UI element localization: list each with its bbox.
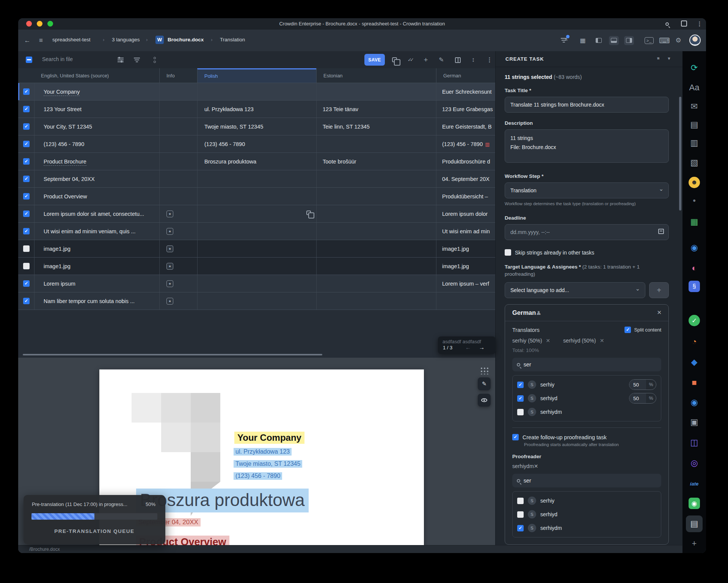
- approve-all-icon[interactable]: ✓✓: [405, 55, 414, 64]
- s-app-icon[interactable]: §: [686, 278, 703, 295]
- notes-icon[interactable]: ▣: [686, 414, 703, 431]
- info-cell[interactable]: [159, 101, 197, 118]
- remove-translator-icon[interactable]: ✕: [600, 338, 604, 344]
- screenshot-tag-icon[interactable]: ★: [166, 228, 173, 235]
- source-cell[interactable]: Lorem ipsum dolor sit amet, consectetu..…: [34, 205, 159, 222]
- column-header-german[interactable]: German: [436, 68, 495, 83]
- german-cell[interactable]: (123) 456 - 7890▥: [436, 135, 495, 152]
- add-language-button[interactable]: +: [649, 282, 669, 298]
- source-cell[interactable]: image1.jpg: [34, 240, 159, 257]
- add-string-icon[interactable]: +: [421, 55, 430, 64]
- polish-cell[interactable]: [197, 223, 316, 240]
- estonian-cell[interactable]: Toote brošüür: [316, 153, 436, 170]
- table-row[interactable]: Nam liber tempor cum soluta nobis ...★: [18, 292, 495, 310]
- table-row[interactable]: 123 Your Streetul. Przykładowa 123123 Te…: [18, 101, 495, 118]
- table-row[interactable]: Product BrochureBroszura produktowaToote…: [18, 153, 495, 170]
- breadcrumb-project[interactable]: spreadsheet-test: [52, 37, 91, 42]
- task-list-icon[interactable]: ▤: [686, 515, 703, 532]
- row-checkbox[interactable]: [23, 298, 30, 304]
- remove-proofreader-icon[interactable]: ✕: [534, 463, 538, 469]
- drag-handle-icon[interactable]: [480, 367, 489, 374]
- table-row[interactable]: image1.jpg★image1.jpg: [18, 240, 495, 258]
- column-header-polish[interactable]: Polish: [197, 68, 316, 83]
- remove-translator-icon[interactable]: ✕: [546, 338, 551, 344]
- screenshot-tag-icon[interactable]: ★: [166, 245, 173, 252]
- screenshot-tag-icon[interactable]: ★: [166, 211, 173, 217]
- shield-check-icon[interactable]: ✓: [686, 312, 703, 329]
- assignee-option[interactable]: Sserhiydm: [517, 405, 656, 419]
- german-cell[interactable]: image1.jpg: [436, 258, 495, 275]
- keyboard-icon[interactable]: ⌨: [659, 36, 669, 45]
- polish-cell[interactable]: [197, 170, 316, 187]
- extensions-icon[interactable]: [681, 20, 687, 27]
- description-textarea[interactable]: [505, 129, 669, 163]
- table-row[interactable]: September 04, 20XX04. September 20X: [18, 170, 495, 188]
- info-cell[interactable]: [159, 118, 197, 135]
- split-content-checkbox[interactable]: [624, 327, 631, 333]
- assignee-checkbox[interactable]: [517, 511, 524, 518]
- info-cell[interactable]: ★: [159, 275, 197, 292]
- assignee-option[interactable]: Sserhiy%: [517, 378, 656, 391]
- translator-search-input[interactable]: [524, 361, 657, 368]
- add-app-icon[interactable]: +: [686, 535, 703, 552]
- row-checkbox[interactable]: [23, 211, 30, 217]
- source-cell[interactable]: Ut wisi enim ad minim veniam, quis ...: [34, 223, 159, 240]
- document-icon[interactable]: ▤: [686, 116, 703, 133]
- source-cell[interactable]: Nam liber tempor cum soluta nobis ...: [34, 292, 159, 310]
- row-height-icon[interactable]: ↕: [469, 55, 478, 64]
- panel-left-icon[interactable]: [594, 36, 604, 45]
- skip-strings-checkbox[interactable]: [505, 249, 511, 256]
- table-row[interactable]: Your City, ST 12345Twoje miasto, ST 1234…: [18, 118, 495, 135]
- estonian-cell[interactable]: Teie linn, ST 12345: [316, 118, 436, 135]
- workflow-notes-icon[interactable]: ✎: [559, 36, 569, 45]
- globe-icon[interactable]: ◎: [686, 455, 703, 471]
- translate-icon[interactable]: Aa: [686, 79, 703, 96]
- row-checkbox[interactable]: [23, 123, 30, 130]
- assignee-checkbox[interactable]: [517, 382, 524, 388]
- sync-icon[interactable]: ⟳: [686, 60, 703, 76]
- task-title-input[interactable]: [505, 97, 669, 113]
- table-row[interactable]: Lorem ipsum dolor sit amet, consectetu..…: [18, 205, 495, 223]
- pin-icon[interactable]: ⌖: [655, 55, 662, 62]
- copy-source-icon[interactable]: [306, 211, 311, 215]
- polish-cell[interactable]: Broszura produktowa: [197, 153, 316, 170]
- estonian-cell[interactable]: [316, 83, 436, 100]
- source-cell[interactable]: image1.jpg: [34, 258, 159, 275]
- polish-cell[interactable]: [197, 292, 316, 310]
- source-cell[interactable]: September 04, 20XX: [34, 170, 159, 187]
- row-checkbox[interactable]: [23, 106, 30, 112]
- comment-icon[interactable]: ✉: [686, 98, 703, 115]
- select-all-checkbox[interactable]: [26, 57, 32, 63]
- select-language-dropdown[interactable]: [505, 282, 645, 298]
- green-eye-icon[interactable]: ◉: [686, 495, 703, 512]
- split-panes-icon[interactable]: ◫: [686, 434, 703, 451]
- source-cell[interactable]: Lorem ipsum: [34, 275, 159, 292]
- chevron-down-icon[interactable]: ▼: [667, 56, 671, 61]
- source-cell[interactable]: Your Company: [34, 83, 159, 100]
- estonian-cell[interactable]: [316, 188, 436, 205]
- dot-icon[interactable]: •: [686, 192, 703, 209]
- file-info-icon[interactable]: ▧: [686, 154, 703, 171]
- polish-cell[interactable]: [197, 258, 316, 275]
- source-cell[interactable]: (123) 456 - 7890: [34, 135, 159, 152]
- row-checkbox[interactable]: [23, 245, 30, 252]
- info-cell[interactable]: ★: [159, 223, 197, 240]
- assignee-checkbox[interactable]: [517, 395, 524, 402]
- library-icon[interactable]: ▥: [686, 135, 703, 151]
- table-row[interactable]: Your CompanyEuer Schreckensunt: [18, 83, 495, 101]
- info-cell[interactable]: [159, 170, 197, 187]
- browser-menu-icon[interactable]: ⋮: [695, 20, 704, 28]
- match-next-icon[interactable]: →: [479, 344, 485, 350]
- more-options-icon[interactable]: ⋮: [485, 55, 494, 64]
- sort-commit-icon[interactable]: [150, 55, 159, 64]
- table-row[interactable]: image1.jpg★image1.jpg: [18, 258, 495, 275]
- eye-app-icon[interactable]: ◉: [686, 394, 703, 411]
- estonian-cell[interactable]: [316, 292, 436, 310]
- assignee-option[interactable]: Sserhiyd: [517, 508, 656, 521]
- screenshot-tag-icon[interactable]: ★: [166, 280, 173, 287]
- filter-icon[interactable]: [132, 55, 141, 64]
- german-cell[interactable]: Lorem ipsum dolor: [436, 205, 495, 222]
- row-checkbox[interactable]: [23, 263, 30, 269]
- browser-icon[interactable]: ◔: [686, 333, 703, 350]
- german-cell[interactable]: Lorem ipsum – verf: [436, 275, 495, 292]
